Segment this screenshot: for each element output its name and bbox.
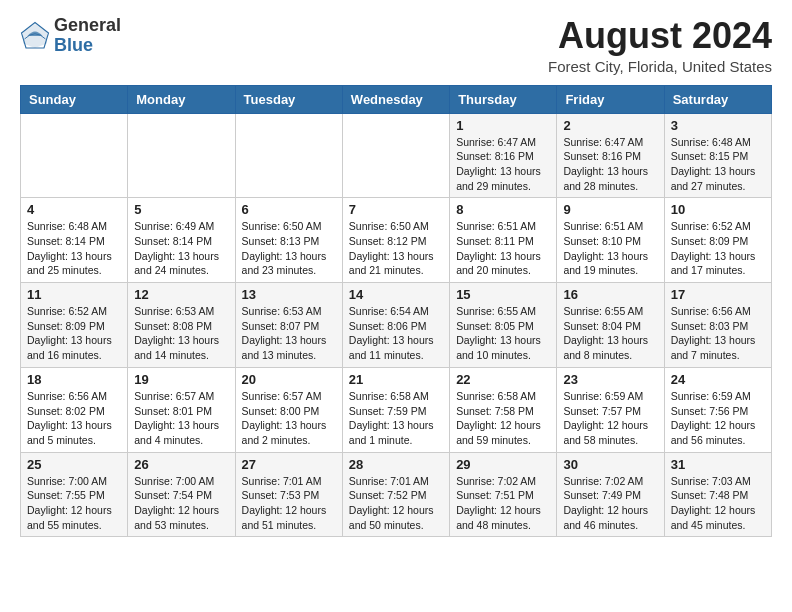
day-number: 22 — [456, 372, 550, 387]
day-info: Sunrise: 6:48 AM Sunset: 8:14 PM Dayligh… — [27, 219, 121, 278]
table-row: 3Sunrise: 6:48 AM Sunset: 8:15 PM Daylig… — [664, 113, 771, 198]
col-saturday: Saturday — [664, 85, 771, 113]
logo-text: General Blue — [54, 16, 121, 56]
logo: General Blue — [20, 16, 121, 56]
table-row: 22Sunrise: 6:58 AM Sunset: 7:58 PM Dayli… — [450, 367, 557, 452]
day-info: Sunrise: 7:01 AM Sunset: 7:53 PM Dayligh… — [242, 474, 336, 533]
day-number: 30 — [563, 457, 657, 472]
day-info: Sunrise: 6:59 AM Sunset: 7:57 PM Dayligh… — [563, 389, 657, 448]
table-row — [342, 113, 449, 198]
table-row: 1Sunrise: 6:47 AM Sunset: 8:16 PM Daylig… — [450, 113, 557, 198]
day-number: 15 — [456, 287, 550, 302]
day-number: 9 — [563, 202, 657, 217]
table-row: 21Sunrise: 6:58 AM Sunset: 7:59 PM Dayli… — [342, 367, 449, 452]
table-row: 17Sunrise: 6:56 AM Sunset: 8:03 PM Dayli… — [664, 283, 771, 368]
day-number: 2 — [563, 118, 657, 133]
table-row: 10Sunrise: 6:52 AM Sunset: 8:09 PM Dayli… — [664, 198, 771, 283]
table-row: 29Sunrise: 7:02 AM Sunset: 7:51 PM Dayli… — [450, 452, 557, 537]
day-info: Sunrise: 6:47 AM Sunset: 8:16 PM Dayligh… — [456, 135, 550, 194]
day-info: Sunrise: 7:03 AM Sunset: 7:48 PM Dayligh… — [671, 474, 765, 533]
day-number: 10 — [671, 202, 765, 217]
day-number: 5 — [134, 202, 228, 217]
calendar-week-2: 4Sunrise: 6:48 AM Sunset: 8:14 PM Daylig… — [21, 198, 772, 283]
day-info: Sunrise: 7:00 AM Sunset: 7:54 PM Dayligh… — [134, 474, 228, 533]
day-info: Sunrise: 6:48 AM Sunset: 8:15 PM Dayligh… — [671, 135, 765, 194]
day-info: Sunrise: 6:57 AM Sunset: 8:00 PM Dayligh… — [242, 389, 336, 448]
table-row: 24Sunrise: 6:59 AM Sunset: 7:56 PM Dayli… — [664, 367, 771, 452]
day-number: 11 — [27, 287, 121, 302]
col-thursday: Thursday — [450, 85, 557, 113]
col-tuesday: Tuesday — [235, 85, 342, 113]
day-info: Sunrise: 6:51 AM Sunset: 8:11 PM Dayligh… — [456, 219, 550, 278]
table-row: 15Sunrise: 6:55 AM Sunset: 8:05 PM Dayli… — [450, 283, 557, 368]
day-number: 4 — [27, 202, 121, 217]
table-row: 2Sunrise: 6:47 AM Sunset: 8:16 PM Daylig… — [557, 113, 664, 198]
day-info: Sunrise: 6:58 AM Sunset: 7:59 PM Dayligh… — [349, 389, 443, 448]
col-monday: Monday — [128, 85, 235, 113]
table-row: 16Sunrise: 6:55 AM Sunset: 8:04 PM Dayli… — [557, 283, 664, 368]
table-row: 30Sunrise: 7:02 AM Sunset: 7:49 PM Dayli… — [557, 452, 664, 537]
day-number: 24 — [671, 372, 765, 387]
day-info: Sunrise: 6:55 AM Sunset: 8:04 PM Dayligh… — [563, 304, 657, 363]
day-info: Sunrise: 7:02 AM Sunset: 7:51 PM Dayligh… — [456, 474, 550, 533]
day-number: 21 — [349, 372, 443, 387]
day-info: Sunrise: 6:47 AM Sunset: 8:16 PM Dayligh… — [563, 135, 657, 194]
day-info: Sunrise: 6:56 AM Sunset: 8:02 PM Dayligh… — [27, 389, 121, 448]
table-row: 23Sunrise: 6:59 AM Sunset: 7:57 PM Dayli… — [557, 367, 664, 452]
table-row: 5Sunrise: 6:49 AM Sunset: 8:14 PM Daylig… — [128, 198, 235, 283]
day-info: Sunrise: 6:58 AM Sunset: 7:58 PM Dayligh… — [456, 389, 550, 448]
day-number: 27 — [242, 457, 336, 472]
subtitle: Forest City, Florida, United States — [548, 58, 772, 75]
table-row — [21, 113, 128, 198]
table-row: 25Sunrise: 7:00 AM Sunset: 7:55 PM Dayli… — [21, 452, 128, 537]
table-row: 18Sunrise: 6:56 AM Sunset: 8:02 PM Dayli… — [21, 367, 128, 452]
day-info: Sunrise: 6:54 AM Sunset: 8:06 PM Dayligh… — [349, 304, 443, 363]
table-row: 11Sunrise: 6:52 AM Sunset: 8:09 PM Dayli… — [21, 283, 128, 368]
day-info: Sunrise: 7:00 AM Sunset: 7:55 PM Dayligh… — [27, 474, 121, 533]
calendar-header-row: Sunday Monday Tuesday Wednesday Thursday… — [21, 85, 772, 113]
day-info: Sunrise: 6:49 AM Sunset: 8:14 PM Dayligh… — [134, 219, 228, 278]
col-wednesday: Wednesday — [342, 85, 449, 113]
logo-icon — [20, 21, 50, 51]
day-info: Sunrise: 6:50 AM Sunset: 8:13 PM Dayligh… — [242, 219, 336, 278]
day-number: 20 — [242, 372, 336, 387]
day-number: 17 — [671, 287, 765, 302]
day-info: Sunrise: 6:55 AM Sunset: 8:05 PM Dayligh… — [456, 304, 550, 363]
day-info: Sunrise: 6:59 AM Sunset: 7:56 PM Dayligh… — [671, 389, 765, 448]
calendar-week-1: 1Sunrise: 6:47 AM Sunset: 8:16 PM Daylig… — [21, 113, 772, 198]
table-row: 14Sunrise: 6:54 AM Sunset: 8:06 PM Dayli… — [342, 283, 449, 368]
day-number: 6 — [242, 202, 336, 217]
page: General Blue August 2024 Forest City, Fl… — [0, 0, 792, 557]
calendar-week-4: 18Sunrise: 6:56 AM Sunset: 8:02 PM Dayli… — [21, 367, 772, 452]
table-row: 28Sunrise: 7:01 AM Sunset: 7:52 PM Dayli… — [342, 452, 449, 537]
day-info: Sunrise: 6:50 AM Sunset: 8:12 PM Dayligh… — [349, 219, 443, 278]
logo-general: General — [54, 15, 121, 35]
calendar-week-3: 11Sunrise: 6:52 AM Sunset: 8:09 PM Dayli… — [21, 283, 772, 368]
table-row — [235, 113, 342, 198]
day-info: Sunrise: 7:01 AM Sunset: 7:52 PM Dayligh… — [349, 474, 443, 533]
table-row: 13Sunrise: 6:53 AM Sunset: 8:07 PM Dayli… — [235, 283, 342, 368]
day-info: Sunrise: 6:52 AM Sunset: 8:09 PM Dayligh… — [27, 304, 121, 363]
day-number: 8 — [456, 202, 550, 217]
calendar-table: Sunday Monday Tuesday Wednesday Thursday… — [20, 85, 772, 538]
day-number: 14 — [349, 287, 443, 302]
day-number: 7 — [349, 202, 443, 217]
table-row: 27Sunrise: 7:01 AM Sunset: 7:53 PM Dayli… — [235, 452, 342, 537]
day-info: Sunrise: 6:56 AM Sunset: 8:03 PM Dayligh… — [671, 304, 765, 363]
table-row: 19Sunrise: 6:57 AM Sunset: 8:01 PM Dayli… — [128, 367, 235, 452]
main-title: August 2024 — [548, 16, 772, 56]
day-number: 13 — [242, 287, 336, 302]
day-number: 25 — [27, 457, 121, 472]
table-row: 6Sunrise: 6:50 AM Sunset: 8:13 PM Daylig… — [235, 198, 342, 283]
table-row: 20Sunrise: 6:57 AM Sunset: 8:00 PM Dayli… — [235, 367, 342, 452]
table-row: 31Sunrise: 7:03 AM Sunset: 7:48 PM Dayli… — [664, 452, 771, 537]
day-number: 12 — [134, 287, 228, 302]
day-number: 23 — [563, 372, 657, 387]
day-number: 18 — [27, 372, 121, 387]
day-info: Sunrise: 7:02 AM Sunset: 7:49 PM Dayligh… — [563, 474, 657, 533]
day-number: 1 — [456, 118, 550, 133]
day-number: 3 — [671, 118, 765, 133]
header: General Blue August 2024 Forest City, Fl… — [20, 16, 772, 75]
day-info: Sunrise: 6:52 AM Sunset: 8:09 PM Dayligh… — [671, 219, 765, 278]
table-row — [128, 113, 235, 198]
